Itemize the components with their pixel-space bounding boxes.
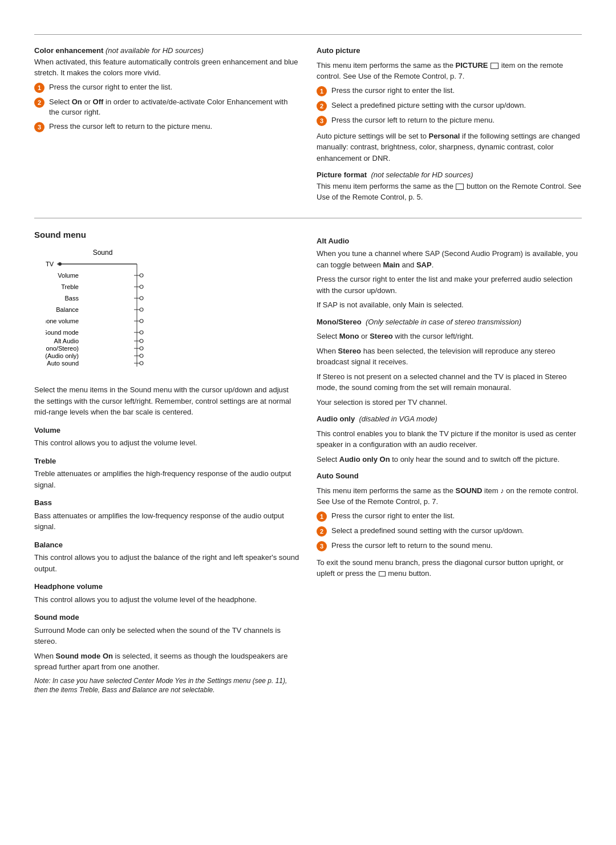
exit-desc: To exit the sound menu branch, press the… <box>317 557 582 579</box>
step-2-circle: 2 <box>34 98 44 108</box>
auto-step-1-circle: 1 <box>317 86 327 96</box>
bass-title: Bass <box>34 497 299 509</box>
auto-step-3-text: Press the cursor left to return to the p… <box>331 115 495 125</box>
svg-point-27 <box>140 347 143 350</box>
auto-step-1: 1 Press the cursor right to enter the li… <box>317 86 582 96</box>
auto-sound-step-3: 3 Press the cursor left to return to the… <box>317 541 582 551</box>
alt-audio-desc2: Press the cursor right to enter the list… <box>317 274 582 296</box>
volume-desc: This control allows you to adjust the vo… <box>34 437 299 449</box>
balance-title: Balance <box>34 539 299 551</box>
mono-stereo-desc3: If Stereo is not present on a selected c… <box>317 371 582 393</box>
auto-sound-step-3-circle: 3 <box>317 541 327 551</box>
svg-text:TV: TV <box>46 261 54 267</box>
svg-point-18 <box>140 319 143 323</box>
auto-sound-step-3-text: Press the cursor left to return to the s… <box>331 541 493 551</box>
svg-point-12 <box>140 296 143 300</box>
sound-mode-desc2: When Sound mode On is selected, it seems… <box>34 651 299 673</box>
auto-picture-note: Auto picture settings will be set to Per… <box>317 131 582 164</box>
svg-point-9 <box>140 285 143 289</box>
sound-svg: Sound TV Volume <box>46 247 177 378</box>
svg-text:(Mono/Stereo): (Mono/Stereo) <box>46 345 79 352</box>
step-3-text: Press the cursor left to return to the p… <box>49 121 212 132</box>
top-left-column: Color enhancement (not available for HD … <box>34 45 299 206</box>
svg-point-6 <box>140 274 143 277</box>
bottom-section: Sound menu Sound TV <box>34 218 582 699</box>
mono-stereo-desc4: Your selection is stored per TV channel. <box>317 397 582 408</box>
mono-stereo-title: Mono/Stereo (Only selectable in case of … <box>317 316 582 328</box>
step-2: 2 Select On or Off in order to activate/… <box>34 97 299 117</box>
auto-step-2: 2 Select a predefined picture setting wi… <box>317 100 582 111</box>
svg-text:Sound: Sound <box>93 249 113 257</box>
audio-only-desc2: Select Audio only On to only hear the so… <box>317 454 582 465</box>
headphone-title: Headphone volume <box>34 581 299 592</box>
auto-step-3-circle: 3 <box>317 116 327 126</box>
step-1: 1 Press the cursor right to enter the li… <box>34 82 299 93</box>
treble-title: Treble <box>34 456 299 467</box>
svg-text:Bass: Bass <box>65 295 79 302</box>
audio-only-desc1: This control enables you to blank the TV… <box>317 428 582 450</box>
picture-icon <box>491 63 499 69</box>
auto-picture-desc: This menu item performs the same as the … <box>317 60 582 82</box>
sound-menu-title: Sound menu <box>34 229 299 242</box>
auto-sound-title: Auto Sound <box>317 470 582 482</box>
top-section: Color enhancement (not available for HD … <box>34 35 582 206</box>
auto-step-3: 3 Press the cursor left to return to the… <box>317 115 582 126</box>
auto-sound-step-2: 2 Select a predefined sound setting with… <box>317 526 582 537</box>
svg-point-33 <box>140 361 143 365</box>
svg-text:Sound mode: Sound mode <box>46 329 79 336</box>
alt-audio-title: Alt Audio <box>317 235 582 247</box>
top-right-column: Auto picture This menu item performs the… <box>317 45 582 206</box>
volume-title: Volume <box>34 425 299 436</box>
mono-stereo-desc1: Select Mono or Stereo with the cursor le… <box>317 331 582 342</box>
sound-mode-desc1: Surround Mode can only be selected when … <box>34 625 299 647</box>
svg-point-24 <box>140 339 143 343</box>
audio-only-title: Audio only (disabled in VGA mode) <box>317 413 582 425</box>
svg-point-3 <box>58 262 62 266</box>
picture-format-title: Picture format (not selectable for HD so… <box>317 169 582 203</box>
svg-point-30 <box>140 354 143 358</box>
sound-mode-title: Sound mode <box>34 612 299 623</box>
auto-sound-step-1-text: Press the cursor right to enter the list… <box>331 511 455 521</box>
bottom-left-column: Sound menu Sound TV <box>34 229 299 699</box>
svg-text:Treble: Treble <box>61 283 79 290</box>
sound-diagram: Sound TV Volume <box>46 247 299 380</box>
auto-sound-step-2-circle: 2 <box>317 526 327 537</box>
step-2-text: Select On or Off in order to activate/de… <box>49 97 299 117</box>
bottom-right-column: Alt Audio When you tune a channel where … <box>317 229 582 699</box>
treble-desc: Treble attenuates or amplifies the high-… <box>34 468 299 490</box>
music-note-icon: ♪ <box>500 486 504 495</box>
alt-audio-desc3: If SAP is not available, only Main is se… <box>317 299 582 311</box>
balance-desc: This control allows you to adjust the ba… <box>34 552 299 574</box>
step-1-text: Press the cursor right to enter the list… <box>49 82 172 92</box>
svg-text:Volume: Volume <box>58 272 79 279</box>
auto-sound-step-2-text: Select a predefined sound setting with t… <box>331 526 524 536</box>
alt-audio-desc1: When you tune a channel where SAP (Secon… <box>317 248 582 270</box>
auto-step-1-text: Press the cursor right to enter the list… <box>331 86 455 96</box>
svg-text:Auto sound: Auto sound <box>47 360 79 367</box>
bass-desc: Bass attenuates or amplifies the low-fre… <box>34 510 299 533</box>
auto-picture-title: Auto picture <box>317 45 582 56</box>
step-3-circle: 3 <box>34 122 44 132</box>
auto-sound-step-1-circle: 1 <box>317 511 327 522</box>
headphone-desc: This control allows you to adjust the vo… <box>34 594 299 606</box>
auto-step-2-circle: 2 <box>317 101 327 111</box>
page: Color enhancement (not available for HD … <box>0 34 616 845</box>
auto-sound-step-1: 1 Press the cursor right to enter the li… <box>317 511 582 522</box>
sound-menu-desc: Select the menu items in the Sound menu … <box>34 384 299 418</box>
svg-text:Headphone volume: Headphone volume <box>46 318 79 324</box>
step-3: 3 Press the cursor left to return to the… <box>34 121 299 132</box>
svg-point-21 <box>140 331 143 334</box>
color-enhancement-title: Color enhancement (not available for HD … <box>34 45 299 79</box>
svg-text:(Audio only): (Audio only) <box>46 352 79 359</box>
svg-text:Alt Audio: Alt Audio <box>54 338 79 344</box>
auto-sound-desc: This menu item performs the same as the … <box>317 485 582 507</box>
sound-mode-note: Note: In case you have selected Center M… <box>34 676 299 696</box>
format-icon <box>456 184 464 190</box>
menu-icon <box>379 571 386 576</box>
svg-text:Balance: Balance <box>56 306 79 313</box>
mono-stereo-desc2: When Stereo has been selected, the telev… <box>317 346 582 368</box>
step-1-circle: 1 <box>34 83 44 93</box>
auto-step-2-text: Select a predefined picture setting with… <box>331 100 526 111</box>
svg-point-15 <box>140 308 143 311</box>
